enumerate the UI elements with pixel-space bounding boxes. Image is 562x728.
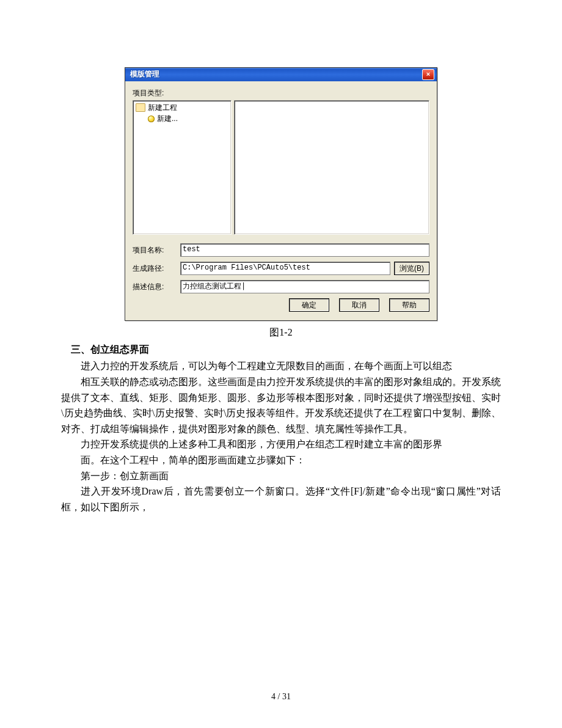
help-button[interactable]: 帮助 xyxy=(389,298,429,312)
body-paragraph: 面。在这个工程中，简单的图形画面建立步骤如下： xyxy=(61,452,501,468)
preview-pane xyxy=(234,100,429,235)
figure-caption: 图1-2 xyxy=(61,325,501,340)
tree-root-item[interactable]: 新建工程 xyxy=(136,102,228,113)
project-name-label: 项目名称: xyxy=(133,245,180,256)
project-type-label: 项目类型: xyxy=(133,87,429,99)
project-name-row: 项目名称: test xyxy=(133,243,429,257)
lightbulb-icon xyxy=(148,116,155,122)
dialog-title: 模版管理 xyxy=(128,68,159,80)
dialog-client-area: 项目类型: 新建工程 新建... xyxy=(125,81,437,320)
cancel-button[interactable]: 取消 xyxy=(339,298,379,312)
gen-path-row: 生成路径: C:\Program Files\PCAuto5\test 浏览(B… xyxy=(133,262,429,275)
project-name-input[interactable]: test xyxy=(180,243,429,257)
page-footer: 4 / 31 xyxy=(0,690,562,704)
description-input[interactable]: 力控组态测试工程| xyxy=(180,280,429,293)
description-label: 描述信息: xyxy=(133,281,180,293)
folder-icon xyxy=(136,103,145,112)
project-type-tree[interactable]: 新建工程 新建... xyxy=(133,100,232,235)
section-heading: 三、创立组态界面 xyxy=(61,342,501,358)
panes-container: 新建工程 新建... xyxy=(133,100,429,235)
template-manager-dialog: 模版管理 × 项目类型: 新建工程 新建... xyxy=(125,67,437,321)
close-icon[interactable]: × xyxy=(422,69,434,80)
body-paragraph: 进入开发环境Draw后，首先需要创立一个新窗口。选择“文件[F]/新建”命令出现… xyxy=(61,483,501,515)
gen-path-label: 生成路径: xyxy=(133,263,180,274)
body-paragraph: 相互关联的静态或动态图形。这些画面是由力控开发系统提供的丰富的图形对象组成的。开… xyxy=(61,374,501,436)
ok-button[interactable]: 确定 xyxy=(289,298,329,312)
body-paragraph: 第一步：创立新画面 xyxy=(61,468,501,484)
body-paragraph: 进入力控的开发系统后，可以为每个工程建立无限数目的画面，在每个画面上可以组态 xyxy=(61,358,501,374)
tree-child-item[interactable]: 新建... xyxy=(136,113,228,124)
tree-root-label: 新建工程 xyxy=(148,102,177,113)
tree-child-label: 新建... xyxy=(157,113,178,124)
dialog-titlebar[interactable]: 模版管理 × xyxy=(125,68,437,81)
description-row: 描述信息: 力控组态测试工程| xyxy=(133,280,429,293)
gen-path-input[interactable]: C:\Program Files\PCAuto5\test xyxy=(180,262,390,275)
dialog-button-bar: 确定 取消 帮助 xyxy=(133,298,429,312)
body-paragraph: 力控开发系统提供的上述多种工具和图形，方便用户在组态工程时建立丰富的图形界 xyxy=(61,436,501,452)
browse-button[interactable]: 浏览(B) xyxy=(394,262,429,275)
